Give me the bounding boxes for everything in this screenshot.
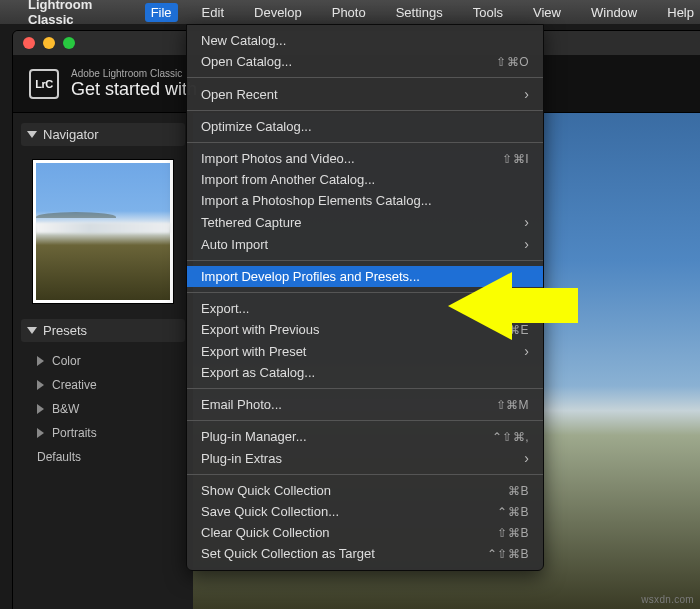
- menu-photo[interactable]: Photo: [326, 3, 372, 22]
- menu-item[interactable]: Export with Previous⌃⇧⌘E: [187, 319, 543, 340]
- menu-item-label: Save Quick Collection...: [201, 504, 339, 519]
- preset-item-creative[interactable]: Creative: [27, 376, 179, 394]
- menu-item-label: Plug-in Extras: [201, 451, 282, 466]
- presets-panel-header[interactable]: Presets: [21, 319, 185, 342]
- minimize-icon[interactable]: [43, 37, 55, 49]
- menu-shortcut: ⌃⇧⌘E: [487, 323, 529, 337]
- menu-separator: [187, 142, 543, 143]
- watermark: wsxdn.com: [641, 594, 694, 605]
- brand-text: Adobe Lightroom Classic Get started with: [71, 68, 197, 100]
- mac-menubar: Lightroom Classic File Edit Develop Phot…: [0, 0, 700, 24]
- preset-label: B&W: [52, 402, 79, 416]
- chevron-right-icon: ›: [524, 236, 529, 252]
- menu-item[interactable]: Import a Photoshop Elements Catalog...: [187, 190, 543, 211]
- menu-item[interactable]: Save Quick Collection...⌃⌘B: [187, 501, 543, 522]
- menu-item[interactable]: Auto Import›: [187, 233, 543, 255]
- menu-separator: [187, 388, 543, 389]
- menu-item-label: Open Catalog...: [201, 54, 292, 69]
- chevron-right-icon: ›: [524, 214, 529, 230]
- menu-item-label: Import Photos and Video...: [201, 151, 355, 166]
- maximize-icon[interactable]: [63, 37, 75, 49]
- preset-label: Color: [52, 354, 81, 368]
- menu-item-label: Export as Catalog...: [201, 365, 315, 380]
- menu-item[interactable]: Open Catalog...⇧⌘O: [187, 51, 543, 72]
- menu-edit[interactable]: Edit: [196, 3, 230, 22]
- navigator-thumbnail[interactable]: [33, 160, 173, 303]
- menu-view[interactable]: View: [527, 3, 567, 22]
- menu-item[interactable]: Export...: [187, 298, 543, 319]
- menu-develop[interactable]: Develop: [248, 3, 308, 22]
- menu-item[interactable]: Tethered Capture›: [187, 211, 543, 233]
- menu-separator: [187, 77, 543, 78]
- menu-item[interactable]: Export as Catalog...: [187, 362, 543, 383]
- menu-item[interactable]: Export with Preset›: [187, 340, 543, 362]
- menu-item-label: Show Quick Collection: [201, 483, 331, 498]
- menu-item-label: Email Photo...: [201, 397, 282, 412]
- menu-item[interactable]: Import Photos and Video...⇧⌘I: [187, 148, 543, 169]
- menu-help[interactable]: Help: [661, 3, 700, 22]
- menu-item[interactable]: New Catalog...: [187, 30, 543, 51]
- menu-item[interactable]: Set Quick Collection as Target⌃⇧⌘B: [187, 543, 543, 564]
- menu-shortcut: ⇧⌘O: [496, 55, 529, 69]
- menu-item[interactable]: Clear Quick Collection⇧⌘B: [187, 522, 543, 543]
- menu-item-label: Auto Import: [201, 237, 268, 252]
- menu-item[interactable]: Plug-in Extras›: [187, 447, 543, 469]
- menu-separator: [187, 292, 543, 293]
- menu-shortcut: ⌃⇧⌘,: [492, 430, 529, 444]
- preset-item-bw[interactable]: B&W: [27, 400, 179, 418]
- menu-item[interactable]: Email Photo...⇧⌘M: [187, 394, 543, 415]
- menu-item-label: Export with Preset: [201, 344, 307, 359]
- menu-item-label: Export with Previous: [201, 322, 320, 337]
- brand-title: Get started with: [71, 79, 197, 100]
- menu-window[interactable]: Window: [585, 3, 643, 22]
- menu-file[interactable]: File: [145, 3, 178, 22]
- preset-label: Creative: [52, 378, 97, 392]
- preset-label: Portraits: [52, 426, 97, 440]
- app-name[interactable]: Lightroom Classic: [28, 0, 127, 27]
- menu-item[interactable]: Optimize Catalog...: [187, 116, 543, 137]
- preset-item-portraits[interactable]: Portraits: [27, 424, 179, 442]
- menu-item[interactable]: Import from Another Catalog...: [187, 169, 543, 190]
- file-menu[interactable]: New Catalog...Open Catalog...⇧⌘OOpen Rec…: [186, 24, 544, 571]
- menu-separator: [187, 260, 543, 261]
- chevron-right-icon: ›: [524, 450, 529, 466]
- close-icon[interactable]: [23, 37, 35, 49]
- menu-separator: [187, 474, 543, 475]
- preset-item-defaults[interactable]: Defaults: [27, 448, 179, 466]
- preset-label: Defaults: [37, 450, 81, 464]
- menu-item-label: Plug-in Manager...: [201, 429, 307, 444]
- menu-separator: [187, 110, 543, 111]
- chevron-right-icon: [37, 404, 44, 414]
- chevron-down-icon: [27, 327, 37, 334]
- menu-separator: [187, 420, 543, 421]
- chevron-down-icon: [27, 131, 37, 138]
- menu-item-label: New Catalog...: [201, 33, 286, 48]
- menu-item[interactable]: Plug-in Manager...⌃⇧⌘,: [187, 426, 543, 447]
- menu-shortcut: ⇧⌘I: [502, 152, 529, 166]
- menu-settings[interactable]: Settings: [390, 3, 449, 22]
- app-logo: LrC: [29, 69, 59, 99]
- presets-label: Presets: [43, 323, 87, 338]
- menu-item[interactable]: Open Recent›: [187, 83, 543, 105]
- chevron-right-icon: ›: [524, 343, 529, 359]
- menu-item[interactable]: Import Develop Profiles and Presets...: [187, 266, 543, 287]
- menu-item-label: Import from Another Catalog...: [201, 172, 375, 187]
- menu-item-label: Import Develop Profiles and Presets...: [201, 269, 420, 284]
- menu-item-label: Export...: [201, 301, 249, 316]
- menu-shortcut: ⌘B: [508, 484, 529, 498]
- menu-item-label: Import a Photoshop Elements Catalog...: [201, 193, 432, 208]
- chevron-right-icon: [37, 380, 44, 390]
- menu-item-label: Set Quick Collection as Target: [201, 546, 375, 561]
- menu-item-label: Clear Quick Collection: [201, 525, 330, 540]
- preset-item-color[interactable]: Color: [27, 352, 179, 370]
- chevron-right-icon: ›: [524, 86, 529, 102]
- menu-shortcut: ⇧⌘M: [496, 398, 530, 412]
- menu-shortcut: ⌃⇧⌘B: [487, 547, 529, 561]
- menu-item[interactable]: Show Quick Collection⌘B: [187, 480, 543, 501]
- menu-item-label: Tethered Capture: [201, 215, 301, 230]
- menu-tools[interactable]: Tools: [467, 3, 509, 22]
- menu-shortcut: ⇧⌘B: [497, 526, 529, 540]
- sidebar: Navigator Presets Color Creative B&W Por…: [13, 113, 193, 609]
- navigator-panel-header[interactable]: Navigator: [21, 123, 185, 146]
- chevron-right-icon: [37, 428, 44, 438]
